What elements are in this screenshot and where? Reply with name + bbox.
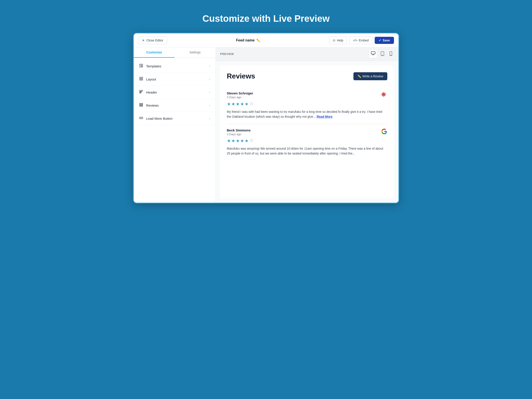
save-button[interactable]: ✓ Save bbox=[375, 37, 394, 44]
close-editor-button[interactable]: ✕ Close Editor bbox=[138, 37, 167, 44]
feed-name-text: Feed name bbox=[236, 38, 255, 42]
svg-point-21 bbox=[391, 55, 391, 55]
editor-wrapper: ✕ Close Editor Feed name ✏️ ⊙ Help </> E… bbox=[133, 33, 399, 203]
sidebar: Customize Settings Templates bbox=[134, 47, 216, 203]
desktop-device-icon[interactable] bbox=[369, 50, 377, 58]
svg-rect-2 bbox=[141, 66, 142, 67]
svg-rect-10 bbox=[139, 103, 143, 104]
reviews-chevron: › bbox=[209, 103, 210, 107]
google-source-icon bbox=[381, 128, 387, 135]
load-more-icon bbox=[139, 116, 143, 121]
save-label: Save bbox=[383, 39, 390, 42]
header-label: Header bbox=[146, 90, 157, 94]
review-date: 3 Days ago bbox=[227, 96, 253, 99]
svg-rect-9 bbox=[139, 93, 141, 93]
edit-feed-name-icon[interactable]: ✏️ bbox=[256, 39, 260, 42]
sidebar-item-header[interactable]: Header › bbox=[134, 86, 215, 99]
svg-rect-7 bbox=[139, 90, 143, 91]
reviews-widget: Reviews ✏️ Write a Review Steven Schroge… bbox=[220, 65, 394, 198]
review-text: My friend I was with had been wanting to… bbox=[227, 109, 387, 119]
svg-rect-1 bbox=[141, 64, 142, 66]
write-review-label: Write a Review bbox=[362, 74, 383, 78]
reviews-widget-header: Reviews ✏️ Write a Review bbox=[227, 72, 387, 80]
toolbar: ✕ Close Editor Feed name ✏️ ⊙ Help </> E… bbox=[134, 33, 398, 47]
load-more-label: Load More Button bbox=[146, 117, 173, 120]
rating-info-icon[interactable]: ⓘ bbox=[250, 102, 253, 106]
reviews-label: Reviews bbox=[146, 103, 159, 107]
review-text: Marufuku was amazing! We arrived around … bbox=[227, 146, 387, 156]
svg-rect-8 bbox=[139, 91, 142, 92]
read-more-link[interactable]: Read More bbox=[317, 115, 333, 118]
close-icon: ✕ bbox=[142, 39, 145, 42]
sidebar-tabs: Customize Settings bbox=[134, 47, 215, 58]
layout-chevron: › bbox=[209, 77, 210, 81]
feed-name-container: Feed name ✏️ bbox=[236, 38, 260, 42]
page-title: Customize with Live Preview bbox=[202, 13, 329, 24]
review-meta: Beck Simmons 3 Days ago bbox=[227, 128, 387, 136]
yelp-source-icon: ❊ bbox=[381, 91, 387, 99]
review-meta: Steven Schroger 3 Days ago ❊ bbox=[227, 91, 387, 99]
reviewer-name: Beck Simmons bbox=[227, 128, 251, 132]
embed-icon: </> bbox=[353, 39, 357, 42]
svg-rect-4 bbox=[141, 77, 142, 78]
svg-rect-12 bbox=[139, 106, 143, 106]
star-rating: ★ ★ ★ ★ ★ ⓘ bbox=[227, 101, 387, 107]
pencil-icon: ✏️ bbox=[357, 74, 361, 78]
main-layout: Customize Settings Templates bbox=[134, 47, 398, 203]
sidebar-item-layout[interactable]: Layout › bbox=[134, 73, 215, 86]
tab-customize[interactable]: Customize bbox=[134, 47, 175, 58]
tab-settings[interactable]: Settings bbox=[175, 47, 215, 58]
write-review-button[interactable]: ✏️ Write a Review bbox=[353, 72, 387, 80]
close-editor-label: Close Editor bbox=[146, 39, 163, 42]
svg-rect-11 bbox=[139, 105, 143, 105]
toolbar-right: ⊙ Help </> Embed ✓ Save bbox=[329, 37, 394, 44]
preview-area: PREVIEW bbox=[216, 47, 398, 203]
sidebar-item-templates[interactable]: Templates › bbox=[134, 60, 215, 73]
reviewer-name: Steven Schroger bbox=[227, 91, 253, 95]
templates-label: Templates bbox=[146, 64, 161, 68]
star-rating: ★ ★ ★ ★ ★ ⓘ bbox=[227, 138, 387, 143]
review-item: Beck Simmons 3 Days ago bbox=[227, 124, 387, 161]
review-item: Steven Schroger 3 Days ago ❊ ★ ★ bbox=[227, 87, 387, 124]
layout-icon bbox=[139, 77, 143, 82]
reviews-title: Reviews bbox=[227, 72, 255, 80]
device-icons bbox=[369, 50, 394, 58]
rating-info-icon[interactable]: ⓘ bbox=[250, 139, 253, 143]
mobile-device-icon[interactable] bbox=[388, 50, 394, 58]
templates-chevron: › bbox=[209, 64, 210, 68]
help-label: Help bbox=[337, 39, 343, 42]
svg-point-19 bbox=[382, 55, 383, 55]
svg-rect-6 bbox=[141, 79, 142, 80]
svg-rect-5 bbox=[139, 79, 141, 80]
tablet-device-icon[interactable] bbox=[379, 50, 386, 58]
embed-label: Embed bbox=[359, 39, 368, 42]
svg-rect-0 bbox=[139, 64, 141, 67]
header-icon bbox=[139, 90, 143, 95]
sidebar-item-reviews[interactable]: Reviews › bbox=[134, 99, 215, 112]
review-date: 3 Days ago bbox=[227, 133, 251, 136]
preview-label: PREVIEW bbox=[220, 52, 234, 56]
checkmark-icon: ✓ bbox=[379, 39, 381, 42]
load-more-chevron: › bbox=[209, 117, 210, 120]
header-chevron: › bbox=[209, 90, 210, 94]
preview-header: PREVIEW bbox=[216, 47, 398, 61]
embed-button[interactable]: </> Embed bbox=[349, 37, 373, 44]
sidebar-item-load-more[interactable]: Load More Button › bbox=[134, 112, 215, 125]
help-button[interactable]: ⊙ Help bbox=[329, 37, 347, 44]
svg-rect-15 bbox=[371, 52, 375, 54]
svg-rect-3 bbox=[139, 77, 141, 78]
reviews-icon bbox=[139, 103, 143, 108]
layout-label: Layout bbox=[146, 77, 156, 81]
help-icon: ⊙ bbox=[333, 39, 336, 42]
sidebar-items: Templates › Layout › bbox=[134, 58, 215, 127]
templates-icon bbox=[139, 64, 143, 69]
svg-text:❊: ❊ bbox=[381, 91, 386, 97]
